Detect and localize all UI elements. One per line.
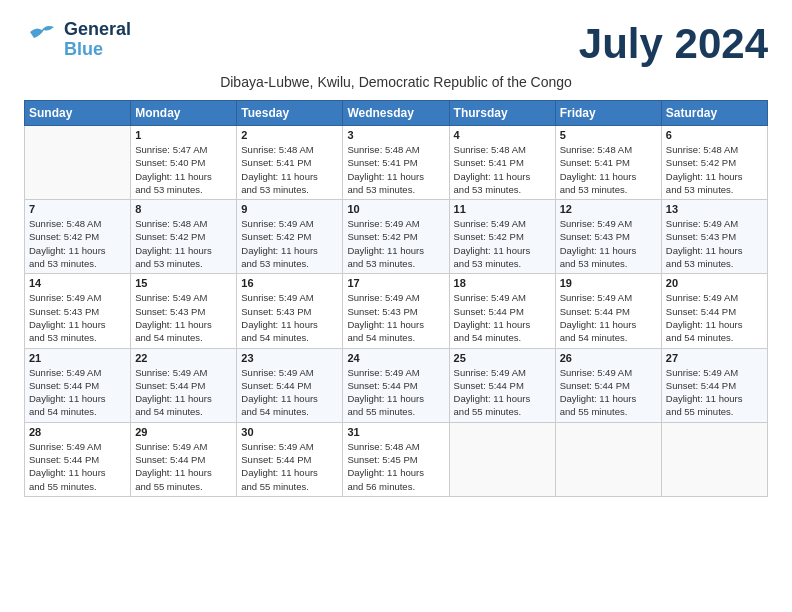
day-info: Sunrise: 5:49 AMSunset: 5:42 PMDaylight:… (347, 217, 444, 270)
calendar-cell: 13Sunrise: 5:49 AMSunset: 5:43 PMDayligh… (661, 200, 767, 274)
svg-rect-0 (24, 22, 60, 58)
day-header-thursday: Thursday (449, 101, 555, 126)
day-info: Sunrise: 5:49 AMSunset: 5:43 PMDaylight:… (135, 291, 232, 344)
logo: General Blue (24, 20, 131, 60)
day-number: 17 (347, 277, 444, 289)
calendar-cell: 7Sunrise: 5:48 AMSunset: 5:42 PMDaylight… (25, 200, 131, 274)
calendar-cell: 12Sunrise: 5:49 AMSunset: 5:43 PMDayligh… (555, 200, 661, 274)
calendar-week-4: 21Sunrise: 5:49 AMSunset: 5:44 PMDayligh… (25, 348, 768, 422)
day-number: 29 (135, 426, 232, 438)
calendar-table: SundayMondayTuesdayWednesdayThursdayFrid… (24, 100, 768, 497)
day-info: Sunrise: 5:49 AMSunset: 5:43 PMDaylight:… (560, 217, 657, 270)
month-title: July 2024 (579, 20, 768, 68)
day-info: Sunrise: 5:49 AMSunset: 5:43 PMDaylight:… (241, 291, 338, 344)
calendar-cell: 17Sunrise: 5:49 AMSunset: 5:43 PMDayligh… (343, 274, 449, 348)
calendar-cell: 19Sunrise: 5:49 AMSunset: 5:44 PMDayligh… (555, 274, 661, 348)
day-number: 24 (347, 352, 444, 364)
calendar-cell: 14Sunrise: 5:49 AMSunset: 5:43 PMDayligh… (25, 274, 131, 348)
calendar-cell: 28Sunrise: 5:49 AMSunset: 5:44 PMDayligh… (25, 422, 131, 496)
day-number: 30 (241, 426, 338, 438)
day-info: Sunrise: 5:48 AMSunset: 5:41 PMDaylight:… (560, 143, 657, 196)
day-number: 18 (454, 277, 551, 289)
day-info: Sunrise: 5:49 AMSunset: 5:44 PMDaylight:… (347, 366, 444, 419)
logo-text-blue: Blue (64, 40, 131, 60)
day-info: Sunrise: 5:49 AMSunset: 5:42 PMDaylight:… (454, 217, 551, 270)
day-info: Sunrise: 5:49 AMSunset: 5:42 PMDaylight:… (241, 217, 338, 270)
day-number: 14 (29, 277, 126, 289)
day-info: Sunrise: 5:49 AMSunset: 5:44 PMDaylight:… (29, 366, 126, 419)
day-number: 10 (347, 203, 444, 215)
calendar-cell: 9Sunrise: 5:49 AMSunset: 5:42 PMDaylight… (237, 200, 343, 274)
day-info: Sunrise: 5:48 AMSunset: 5:41 PMDaylight:… (454, 143, 551, 196)
logo-text-general: General (64, 20, 131, 40)
calendar-cell: 20Sunrise: 5:49 AMSunset: 5:44 PMDayligh… (661, 274, 767, 348)
day-number: 23 (241, 352, 338, 364)
day-number: 28 (29, 426, 126, 438)
day-number: 22 (135, 352, 232, 364)
calendar-cell: 31Sunrise: 5:48 AMSunset: 5:45 PMDayligh… (343, 422, 449, 496)
calendar-cell: 3Sunrise: 5:48 AMSunset: 5:41 PMDaylight… (343, 126, 449, 200)
day-number: 5 (560, 129, 657, 141)
calendar-cell (25, 126, 131, 200)
day-info: Sunrise: 5:49 AMSunset: 5:44 PMDaylight:… (666, 291, 763, 344)
day-number: 21 (29, 352, 126, 364)
calendar-cell (555, 422, 661, 496)
calendar-week-2: 7Sunrise: 5:48 AMSunset: 5:42 PMDaylight… (25, 200, 768, 274)
day-header-sunday: Sunday (25, 101, 131, 126)
day-info: Sunrise: 5:48 AMSunset: 5:42 PMDaylight:… (666, 143, 763, 196)
day-number: 20 (666, 277, 763, 289)
page-header: General Blue July 2024 (24, 20, 768, 68)
day-number: 16 (241, 277, 338, 289)
day-header-monday: Monday (131, 101, 237, 126)
day-info: Sunrise: 5:48 AMSunset: 5:42 PMDaylight:… (135, 217, 232, 270)
day-info: Sunrise: 5:49 AMSunset: 5:44 PMDaylight:… (666, 366, 763, 419)
day-info: Sunrise: 5:49 AMSunset: 5:43 PMDaylight:… (666, 217, 763, 270)
day-info: Sunrise: 5:48 AMSunset: 5:41 PMDaylight:… (347, 143, 444, 196)
day-number: 15 (135, 277, 232, 289)
day-number: 9 (241, 203, 338, 215)
calendar-cell: 11Sunrise: 5:49 AMSunset: 5:42 PMDayligh… (449, 200, 555, 274)
day-number: 26 (560, 352, 657, 364)
day-number: 6 (666, 129, 763, 141)
calendar-cell: 4Sunrise: 5:48 AMSunset: 5:41 PMDaylight… (449, 126, 555, 200)
day-number: 12 (560, 203, 657, 215)
location-subtitle: Dibaya-Lubwe, Kwilu, Democratic Republic… (24, 74, 768, 90)
calendar-cell: 16Sunrise: 5:49 AMSunset: 5:43 PMDayligh… (237, 274, 343, 348)
calendar-week-1: 1Sunrise: 5:47 AMSunset: 5:40 PMDaylight… (25, 126, 768, 200)
calendar-cell: 15Sunrise: 5:49 AMSunset: 5:43 PMDayligh… (131, 274, 237, 348)
calendar-cell: 10Sunrise: 5:49 AMSunset: 5:42 PMDayligh… (343, 200, 449, 274)
day-number: 19 (560, 277, 657, 289)
day-number: 11 (454, 203, 551, 215)
calendar-cell: 6Sunrise: 5:48 AMSunset: 5:42 PMDaylight… (661, 126, 767, 200)
calendar-cell: 30Sunrise: 5:49 AMSunset: 5:44 PMDayligh… (237, 422, 343, 496)
day-info: Sunrise: 5:48 AMSunset: 5:45 PMDaylight:… (347, 440, 444, 493)
day-header-tuesday: Tuesday (237, 101, 343, 126)
day-info: Sunrise: 5:49 AMSunset: 5:44 PMDaylight:… (560, 366, 657, 419)
calendar-cell: 25Sunrise: 5:49 AMSunset: 5:44 PMDayligh… (449, 348, 555, 422)
day-number: 3 (347, 129, 444, 141)
day-info: Sunrise: 5:47 AMSunset: 5:40 PMDaylight:… (135, 143, 232, 196)
calendar-cell: 1Sunrise: 5:47 AMSunset: 5:40 PMDaylight… (131, 126, 237, 200)
day-header-friday: Friday (555, 101, 661, 126)
day-info: Sunrise: 5:49 AMSunset: 5:44 PMDaylight:… (560, 291, 657, 344)
calendar-cell: 5Sunrise: 5:48 AMSunset: 5:41 PMDaylight… (555, 126, 661, 200)
day-header-wednesday: Wednesday (343, 101, 449, 126)
day-info: Sunrise: 5:49 AMSunset: 5:44 PMDaylight:… (454, 366, 551, 419)
calendar-body: 1Sunrise: 5:47 AMSunset: 5:40 PMDaylight… (25, 126, 768, 497)
logo-icon (24, 22, 60, 58)
calendar-cell: 21Sunrise: 5:49 AMSunset: 5:44 PMDayligh… (25, 348, 131, 422)
calendar-cell: 8Sunrise: 5:48 AMSunset: 5:42 PMDaylight… (131, 200, 237, 274)
calendar-header: SundayMondayTuesdayWednesdayThursdayFrid… (25, 101, 768, 126)
calendar-cell (661, 422, 767, 496)
calendar-cell: 2Sunrise: 5:48 AMSunset: 5:41 PMDaylight… (237, 126, 343, 200)
day-number: 1 (135, 129, 232, 141)
day-number: 4 (454, 129, 551, 141)
calendar-cell: 29Sunrise: 5:49 AMSunset: 5:44 PMDayligh… (131, 422, 237, 496)
calendar-cell (449, 422, 555, 496)
day-info: Sunrise: 5:49 AMSunset: 5:43 PMDaylight:… (29, 291, 126, 344)
day-info: Sunrise: 5:48 AMSunset: 5:42 PMDaylight:… (29, 217, 126, 270)
day-number: 27 (666, 352, 763, 364)
days-header-row: SundayMondayTuesdayWednesdayThursdayFrid… (25, 101, 768, 126)
calendar-cell: 23Sunrise: 5:49 AMSunset: 5:44 PMDayligh… (237, 348, 343, 422)
day-number: 7 (29, 203, 126, 215)
